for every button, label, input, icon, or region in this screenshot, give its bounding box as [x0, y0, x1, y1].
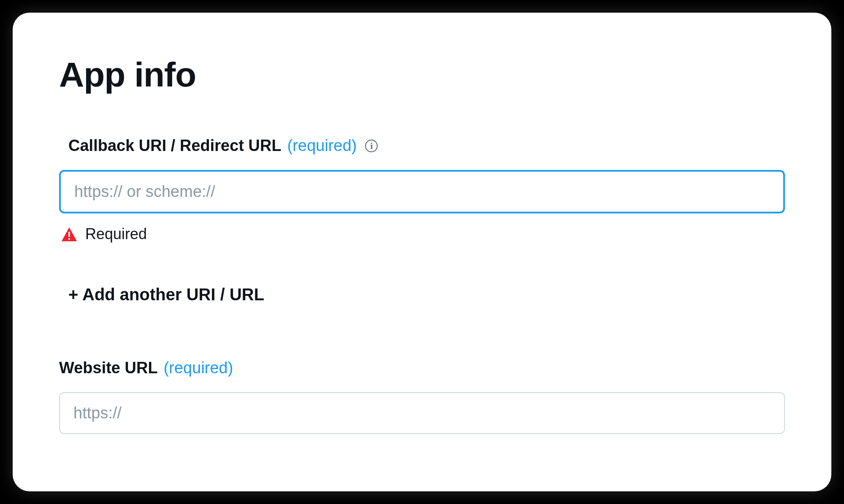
website-url-label: Website URL: [59, 359, 158, 377]
svg-rect-0: [68, 232, 70, 237]
callback-uri-input[interactable]: [59, 170, 785, 213]
website-required-tag: (required): [164, 359, 233, 377]
info-icon-glyph: i: [371, 142, 373, 150]
svg-rect-1: [68, 238, 70, 240]
app-info-card: App info Callback URI / Redirect URL (re…: [13, 13, 831, 491]
add-another-uri-link[interactable]: + Add another URI / URL: [68, 285, 264, 304]
warning-icon: [62, 227, 77, 241]
website-label-row: Website URL (required): [59, 359, 785, 377]
callback-required-tag: (required): [287, 137, 357, 155]
info-icon[interactable]: i: [365, 140, 378, 152]
page-title: App info: [59, 55, 785, 94]
callback-section: Callback URI / Redirect URL (required) i…: [59, 137, 785, 304]
callback-label: Callback URI / Redirect URL: [68, 137, 281, 155]
website-section: Website URL (required): [59, 359, 785, 434]
callback-error-text: Required: [85, 225, 147, 243]
callback-error-row: Required: [62, 225, 785, 243]
callback-label-row: Callback URI / Redirect URL (required) i: [68, 137, 785, 155]
website-url-input[interactable]: [59, 392, 785, 434]
